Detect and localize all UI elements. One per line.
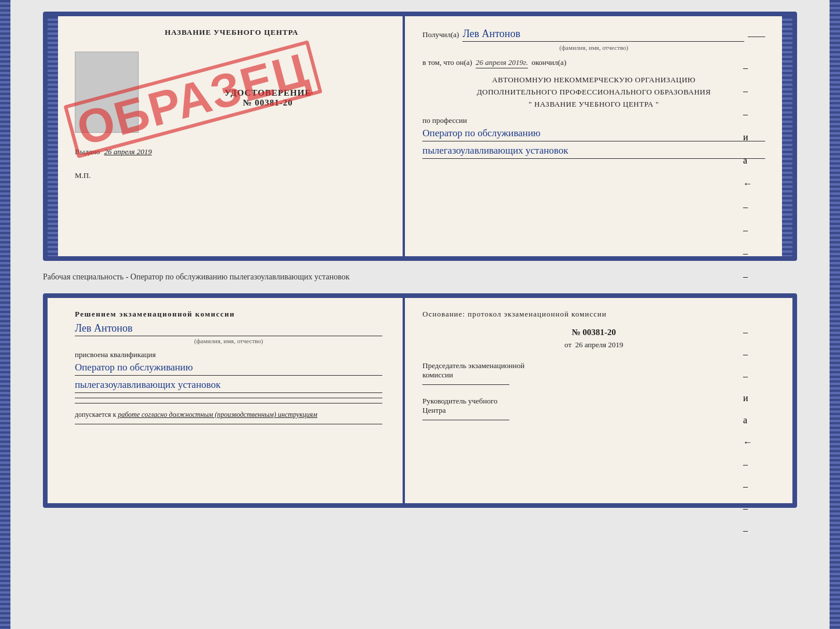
udostoverenie-section: УДОСТОВЕРЕНИЕ № 00381-20 <box>147 88 388 108</box>
rukovoditel-signature-line <box>422 420 509 420</box>
lower-left-page: Решением экзаменационной комиссии Лев Ан… <box>48 298 405 503</box>
spine-right-decoration <box>782 16 792 256</box>
rukovoditel-line1: Руководитель учебного <box>422 397 765 406</box>
profession-line1-upper: Оператор по обслуживанию <box>422 128 765 141</box>
lower-dash-7: – <box>743 525 752 536</box>
rukovoditel-block: Руководитель учебного Центра <box>422 397 765 420</box>
upper-certificate-book: НАЗВАНИЕ УЧЕБНОГО ЦЕНТРА ОБРАЗЕЦ УДОСТОВ… <box>43 12 797 261</box>
profession-line2-upper: пылегазоулавливающих установок <box>422 145 765 159</box>
dash-7: – <box>743 271 752 282</box>
document-container: НАЗВАНИЕ УЧЕБНОГО ЦЕНТРА ОБРАЗЕЦ УДОСТОВ… <box>43 12 797 508</box>
qualification-line1: Оператор по обслуживанию <box>75 362 382 376</box>
poluchil-label: Получил(а) <box>422 30 459 39</box>
recipient-name-upper: Лев Антонов <box>462 28 744 42</box>
dopuskaetsya-prefix: допускается к <box>75 410 116 419</box>
dash-6: – <box>743 248 752 259</box>
protocol-number: № 00381-20 <box>422 328 765 337</box>
org-line3: " НАЗВАНИЕ УЧЕБНОГО ЦЕНТРА " <box>422 99 765 111</box>
blank-line-3 <box>75 424 382 424</box>
vydano-line: Выдано 26 апреля 2019 <box>75 147 388 157</box>
lower-spine-left <box>0 0 10 629</box>
prisvoena-text: присвоена квалификация <box>75 350 382 359</box>
osnovanie-text: Основание: протокол экзаменационной коми… <box>422 310 765 319</box>
upper-left-page: НАЗВАНИЕ УЧЕБНОГО ЦЕНТРА ОБРАЗЕЦ УДОСТОВ… <box>48 16 405 256</box>
dash-i: и <box>743 132 752 143</box>
lower-dash-1: – <box>743 327 752 337</box>
lower-dash-2: – <box>743 349 752 359</box>
lower-dash-i: и <box>743 393 752 403</box>
ot-date-line: от 26 апреля 2019 <box>422 340 765 350</box>
org-line2: ДОПОЛНИТЕЛЬНОГО ПРОФЕССИОНАЛЬНОГО ОБРАЗО… <box>422 86 765 99</box>
upper-right-page: – – – и а ← – – – – Получил(а) Лев Антон… <box>405 16 792 256</box>
separator-text: Рабочая специальность - Оператор по обсл… <box>43 268 797 286</box>
dash-2: – <box>743 86 752 96</box>
right-side-dashes: – – – и а ← – – – – <box>743 63 752 282</box>
po-professii-label: по профессии <box>422 116 765 125</box>
poluchil-line: Получил(а) Лев Антонов <box>422 28 765 42</box>
dash-arrow: ← <box>743 179 752 189</box>
predsedatel-signature-line <box>422 384 509 385</box>
blank-line-2 <box>75 403 382 403</box>
udostoverenie-number: № 00381-20 <box>147 98 388 108</box>
predsedatel-block: Председатель экзаменационной комиссии <box>422 361 765 385</box>
mp-label: М.П. <box>75 171 388 180</box>
rukovoditel-line2: Центра <box>422 406 765 415</box>
blank-line-1 <box>75 398 382 398</box>
vydano-date: 26 апреля 2019 <box>104 147 152 156</box>
okonchil-label: окончил(а) <box>531 58 566 67</box>
lower-dash-arrow: ← <box>743 437 752 448</box>
dash-5: – <box>743 225 752 235</box>
resheniem-label: Решением экзаменационной комиссии <box>75 310 382 319</box>
qualification-line2: пылегазоулавливающих установок <box>75 379 382 393</box>
lower-spine-right <box>830 0 840 629</box>
photo-placeholder <box>75 52 139 133</box>
dash-1: – <box>743 63 752 73</box>
dopuskaetsya-text: допускается к работе согласно должностны… <box>75 410 382 419</box>
dash-4: – <box>743 202 752 212</box>
dash-a: а <box>743 155 752 166</box>
lower-fio-label: (фамилия, имя, отчество) <box>75 337 382 344</box>
lower-dash-5: – <box>743 481 752 492</box>
vtom-line: в том, что он(а) 26 апреля 2019г. окончи… <box>422 58 765 68</box>
ot-prefix: от <box>564 340 571 349</box>
school-title: НАЗВАНИЕ УЧЕБНОГО ЦЕНТРА <box>75 28 388 37</box>
fio-label-upper: (фамилия, имя, отчество) <box>422 44 765 51</box>
dopuskaetsya-italic: работе согласно должностным (производств… <box>118 410 317 419</box>
predsedatel-line1: Председатель экзаменационной <box>422 361 765 370</box>
lower-dash-a: а <box>743 415 752 426</box>
org-line1: АВТОНОМНУЮ НЕКОММЕРЧЕСКУЮ ОРГАНИЗАЦИЮ <box>422 74 765 86</box>
dash-3: – <box>743 109 752 119</box>
lower-certificate-book: Решением экзаменационной комиссии Лев Ан… <box>43 293 797 508</box>
completion-date: 26 апреля 2019г. <box>476 58 528 68</box>
vydano-label: Выдано <box>75 147 100 156</box>
lower-right-page: – – – и а ← – – – – Основание: протокол … <box>405 298 792 503</box>
end-dash-upper <box>748 37 765 37</box>
ot-date-value: 26 апреля 2019 <box>575 340 623 349</box>
udostoverenie-label: УДОСТОВЕРЕНИЕ <box>147 88 388 98</box>
lower-right-dashes: – – – и а ← – – – – <box>743 327 752 536</box>
lower-recipient-name: Лев Антонов <box>75 322 382 336</box>
org-block: АВТОНОМНУЮ НЕКОММЕРЧЕСКУЮ ОРГАНИЗАЦИЮ ДО… <box>422 74 765 110</box>
vtom-label: в том, что он(а) <box>422 58 472 67</box>
predsedatel-line2: комиссии <box>422 370 765 380</box>
lower-dash-4: – <box>743 459 752 470</box>
lower-dash-6: – <box>743 503 752 514</box>
lower-dash-3: – <box>743 371 752 381</box>
